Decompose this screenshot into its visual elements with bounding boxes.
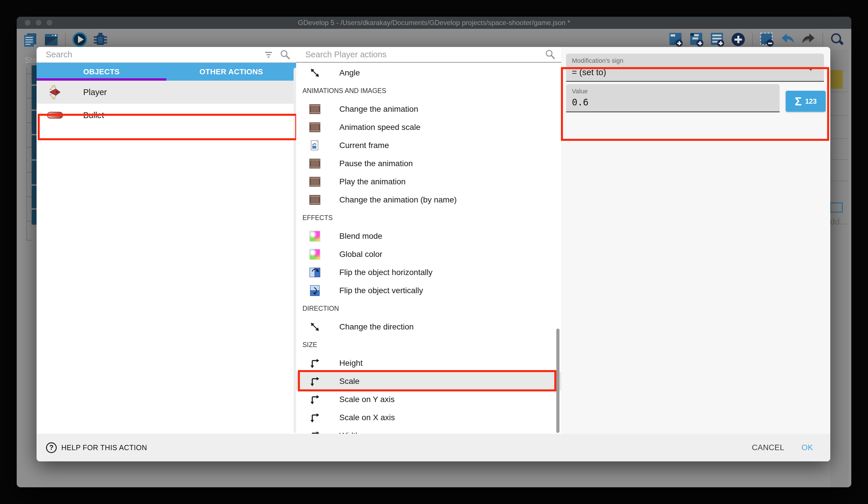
modification-sign-select[interactable]: Modification's sign = (set to) bbox=[566, 53, 824, 82]
action-label: Scale on X axis bbox=[339, 413, 395, 422]
start-page-icon[interactable] bbox=[43, 32, 59, 47]
event-tree-tick bbox=[27, 196, 32, 197]
tab-objects[interactable]: OBJECTS bbox=[37, 63, 166, 81]
fliph-icon bbox=[309, 267, 321, 278]
action-list-item[interactable]: Change the direction bbox=[296, 317, 561, 336]
larrow-icon bbox=[309, 357, 321, 369]
tab-other-actions[interactable]: OTHER ACTIONS bbox=[166, 63, 296, 81]
chevron-down-icon bbox=[808, 67, 814, 71]
action-search-input[interactable] bbox=[305, 50, 545, 60]
action-list-item[interactable]: Change the animation (by name) bbox=[296, 191, 561, 209]
action-section-header: ANIMATIONS AND IMAGES bbox=[296, 82, 561, 100]
action-label: Change the direction bbox=[339, 322, 414, 332]
titlebar: GDevelop 5 - /Users/dkarakay/Documents/G… bbox=[17, 17, 851, 29]
object-label: Bullet bbox=[83, 111, 104, 120]
add-new-icon[interactable] bbox=[731, 32, 746, 47]
action-list-item[interactable]: Scale on Y axis bbox=[296, 390, 561, 409]
action-label: Play the animation bbox=[339, 177, 405, 187]
event-sheet-right-sliver: dd... bbox=[830, 50, 848, 487]
action-label: Width bbox=[339, 431, 360, 434]
object-list-item[interactable]: Player bbox=[37, 81, 296, 104]
window-controls bbox=[25, 17, 52, 29]
event-tree-tick bbox=[27, 122, 32, 123]
action-search-bar bbox=[296, 47, 561, 63]
film-icon bbox=[309, 103, 321, 115]
add-event-icon[interactable] bbox=[668, 32, 684, 47]
action-panel: AngleANIMATIONS AND IMAGESChange the ani… bbox=[296, 47, 561, 434]
play-icon[interactable] bbox=[72, 32, 87, 47]
object-search-input[interactable] bbox=[45, 50, 263, 60]
object-list-item[interactable]: Bullet bbox=[37, 104, 296, 127]
action-list-item[interactable]: Width bbox=[296, 426, 561, 434]
film-icon bbox=[309, 158, 321, 169]
event-tree-tick bbox=[27, 98, 32, 99]
add-comment-icon[interactable] bbox=[710, 32, 725, 47]
zoom-button[interactable] bbox=[46, 20, 52, 26]
film-icon bbox=[309, 122, 321, 133]
film-icon bbox=[309, 194, 321, 205]
action-list-item[interactable]: Play the animation bbox=[296, 172, 561, 191]
bullet-icon bbox=[47, 107, 63, 123]
selected-action-highlight bbox=[830, 70, 843, 89]
object-panel: OBJECTS OTHER ACTIONS PlayerBullet bbox=[37, 47, 296, 434]
action-list-item[interactable]: Angle bbox=[296, 64, 561, 82]
event-tree-tick bbox=[27, 73, 32, 74]
add-action-label: dd... bbox=[830, 217, 847, 226]
add-action-box bbox=[830, 202, 843, 213]
redo-icon[interactable] bbox=[800, 32, 816, 47]
action-label: Flip the object horizontally bbox=[339, 268, 433, 277]
action-label: Scale bbox=[339, 377, 360, 386]
action-list-item[interactable]: Current frame bbox=[296, 136, 561, 154]
object-search-bar bbox=[37, 47, 296, 63]
event-tree-tick bbox=[27, 147, 32, 148]
search-icon bbox=[279, 49, 291, 60]
larrow-icon bbox=[309, 430, 321, 434]
cancel-button[interactable]: CANCEL bbox=[752, 443, 784, 452]
action-list-item[interactable]: Pause the animation bbox=[296, 154, 561, 172]
larrow-icon bbox=[309, 412, 321, 423]
action-list-item[interactable]: Flip the object horizontally bbox=[296, 263, 561, 281]
debug-icon[interactable] bbox=[93, 32, 108, 47]
sigma-icon: Σ bbox=[795, 95, 802, 107]
action-label: Scale on Y axis bbox=[339, 395, 395, 404]
film-icon bbox=[309, 176, 321, 188]
action-list-scrollbar[interactable] bbox=[556, 329, 559, 433]
action-list-item[interactable]: Height bbox=[296, 354, 561, 372]
action-list-item[interactable]: Global color bbox=[296, 245, 561, 263]
event-tree-tick bbox=[27, 240, 32, 241]
annotation-box-action bbox=[298, 370, 556, 391]
remove-event-icon[interactable] bbox=[759, 32, 775, 47]
angle-icon bbox=[309, 321, 321, 333]
event-row-separator bbox=[830, 115, 848, 116]
help-button[interactable]: HELP FOR THIS ACTION bbox=[61, 444, 147, 452]
undo-icon[interactable] bbox=[780, 32, 795, 47]
value-field[interactable]: Value 0.6 bbox=[566, 84, 779, 112]
minimize-button[interactable] bbox=[36, 20, 41, 26]
flipv-icon bbox=[309, 285, 321, 296]
event-row-separator bbox=[830, 92, 848, 92]
event-tree-tick bbox=[27, 172, 32, 172]
add-subevent-icon[interactable] bbox=[689, 32, 704, 47]
search-icon[interactable] bbox=[829, 32, 845, 47]
action-section-header: EFFECTS bbox=[296, 209, 561, 227]
event-row-separator bbox=[830, 138, 848, 139]
action-list-item[interactable]: Flip the object vertically bbox=[296, 281, 561, 300]
project-manager-icon[interactable] bbox=[22, 32, 38, 47]
ok-button[interactable]: OK bbox=[802, 443, 813, 452]
action-list-item[interactable]: Change the animation bbox=[296, 100, 561, 118]
close-button[interactable] bbox=[25, 20, 31, 26]
filter-icon[interactable] bbox=[263, 49, 274, 60]
larrow-icon bbox=[309, 375, 321, 387]
numeric-badge: 123 bbox=[805, 97, 816, 105]
action-list-item[interactable]: Animation speed scale bbox=[296, 118, 561, 136]
action-label: Pause the animation bbox=[339, 159, 413, 168]
toolbar-separator bbox=[752, 33, 753, 46]
rainbow-icon bbox=[309, 249, 321, 260]
action-list-item[interactable]: Scale bbox=[296, 372, 561, 390]
modification-sign-label: Modification's sign bbox=[572, 57, 623, 64]
larrow-icon bbox=[309, 394, 321, 405]
action-list-item[interactable]: Scale on X axis bbox=[296, 409, 561, 426]
value-input[interactable]: 0.6 bbox=[572, 97, 589, 108]
action-list-item[interactable]: Blend mode bbox=[296, 227, 561, 245]
expression-editor-button[interactable]: Σ 123 bbox=[786, 91, 826, 112]
